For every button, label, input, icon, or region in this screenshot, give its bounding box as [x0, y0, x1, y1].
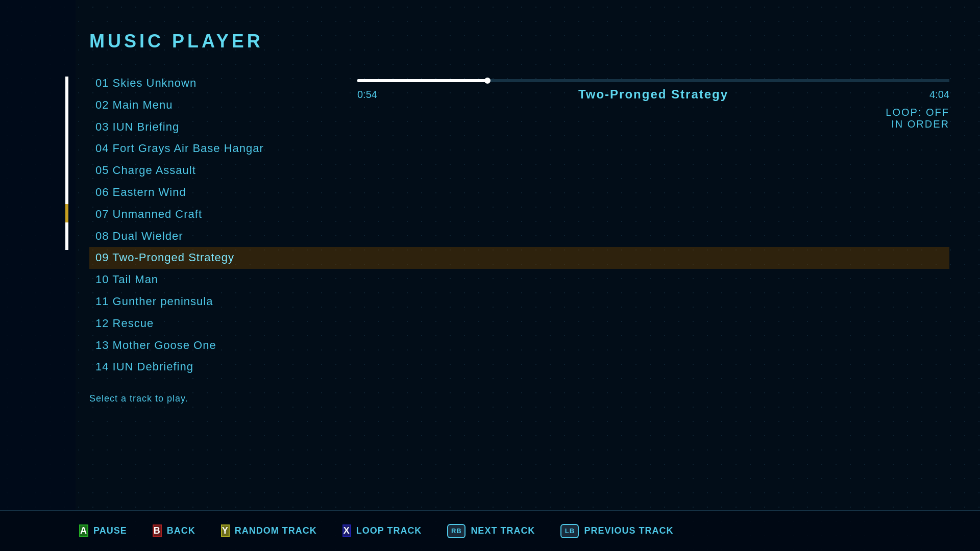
loop-label: LOOP: OFF — [357, 107, 949, 118]
track-item-06[interactable]: 06 Eastern Wind — [89, 182, 949, 204]
button-lb: LB — [560, 524, 579, 538]
order-label: IN ORDER — [357, 118, 949, 130]
control-pause[interactable]: APAUSE — [79, 524, 127, 537]
button-rb: RB — [447, 524, 465, 538]
controls-bar: APAUSEBBACKYRANDOM TRACKXLOOP TRACKRBNEX… — [0, 510, 980, 551]
control-label-y: RANDOM TRACK — [235, 525, 317, 536]
sidebar-panel — [0, 0, 76, 551]
time-current: 0:54 — [357, 89, 377, 101]
time-row: 0:54 Two-Pronged Strategy 4:04 — [357, 87, 949, 102]
control-back[interactable]: BBACK — [153, 524, 195, 537]
track-item-10[interactable]: 10 Tail Man — [89, 269, 949, 291]
track-item-14[interactable]: 14 IUN Debriefing — [89, 356, 949, 378]
selected-track-accent — [65, 204, 68, 222]
now-playing-track-name: Two-Pronged Strategy — [578, 87, 728, 102]
button-a: A — [79, 524, 88, 537]
track-item-09[interactable]: 09 Two-Pronged Strategy — [89, 247, 949, 269]
button-b: B — [153, 524, 162, 537]
control-loop-track[interactable]: XLOOP TRACK — [342, 524, 422, 537]
progress-dot — [484, 78, 491, 84]
sidebar-accent-bar — [65, 77, 68, 250]
now-playing-panel: 0:54 Two-Pronged Strategy 4:04 LOOP: OFF… — [357, 79, 949, 130]
track-item-13[interactable]: 13 Mother Goose One — [89, 335, 949, 357]
control-label-rb: NEXT TRACK — [471, 525, 535, 536]
progress-bar-container[interactable] — [357, 79, 949, 82]
control-previous-track[interactable]: LBPREVIOUS TRACK — [560, 524, 673, 538]
track-item-08[interactable]: 08 Dual Wielder — [89, 226, 949, 247]
control-random-track[interactable]: YRANDOM TRACK — [221, 524, 317, 537]
page-title: MUSIC PLAYER — [89, 31, 949, 52]
track-item-05[interactable]: 05 Charge Assault — [89, 160, 949, 182]
time-total: 4:04 — [929, 89, 949, 101]
track-item-04[interactable]: 04 Fort Grays Air Base Hangar — [89, 138, 949, 160]
control-label-x: LOOP TRACK — [356, 525, 422, 536]
track-item-12[interactable]: 12 Rescue — [89, 313, 949, 335]
playback-info: LOOP: OFF IN ORDER — [357, 107, 949, 130]
control-next-track[interactable]: RBNEXT TRACK — [447, 524, 535, 538]
button-y: Y — [221, 524, 230, 537]
button-x: X — [342, 524, 351, 537]
progress-bar-fill — [357, 79, 487, 82]
track-item-11[interactable]: 11 Gunther peninsula — [89, 291, 949, 313]
track-item-07[interactable]: 07 Unmanned Craft — [89, 204, 949, 226]
control-label-b: BACK — [167, 525, 195, 536]
control-label-lb: PREVIOUS TRACK — [584, 525, 673, 536]
control-label-a: PAUSE — [93, 525, 127, 536]
select-hint: Select a track to play. — [89, 393, 949, 404]
